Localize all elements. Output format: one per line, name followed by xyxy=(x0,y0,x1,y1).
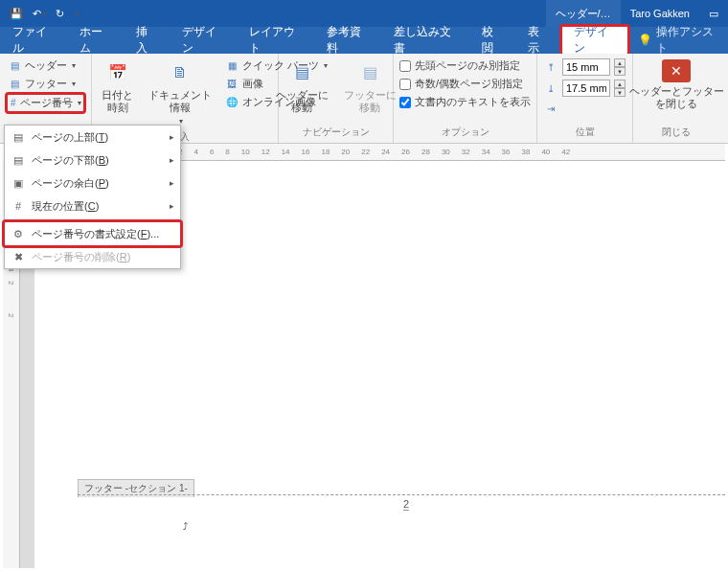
doc-info-icon: 🗎 xyxy=(167,59,193,86)
page-break-line xyxy=(78,494,725,495)
footer-button[interactable]: ▤ フッター ▾ xyxy=(6,76,85,92)
cursor-mark: ⤴ xyxy=(183,521,188,532)
picture-icon: 🖼 xyxy=(225,78,239,91)
submenu-arrow-icon: ▸ xyxy=(170,132,174,142)
tab-file[interactable]: ファイル xyxy=(0,27,67,54)
header-from-top-input[interactable] xyxy=(562,58,610,76)
stepper[interactable]: ▲▼ xyxy=(614,58,626,76)
footer-from-bottom-input[interactable] xyxy=(562,80,610,97)
menu-top-of-page[interactable]: ▤ ページの上部(T) ▸ xyxy=(5,126,180,148)
goto-header-button[interactable]: ▤ ヘッダーに 移動 xyxy=(272,57,332,116)
undo-icon[interactable]: ↶▾ xyxy=(33,8,46,20)
header-from-top: ⤒ ▲▼ xyxy=(543,57,626,77)
pos-top-icon: ⤒ xyxy=(543,59,558,75)
ribbon-options-icon[interactable]: ▭ xyxy=(699,8,728,20)
doc-info-button[interactable]: 🗎 ドキュメント 情報 ▾ xyxy=(145,57,216,128)
current-pos-icon: # xyxy=(11,198,26,214)
menu-bottom-of-page[interactable]: ▤ ページの下部(B) ▸ xyxy=(5,148,180,171)
show-doc-checkbox[interactable]: 文書内のテキストを表示 xyxy=(399,94,531,110)
menu-format-page-numbers[interactable]: ⚙ ページ番号の書式設定(F)... xyxy=(5,222,180,245)
page-number-menu: ▤ ページの上部(T) ▸ ▤ ページの下部(B) ▸ ▣ ページの余白(P) … xyxy=(4,125,181,269)
group-close: ✕ ヘッダーとフッター を閉じる 閉じる xyxy=(633,54,719,143)
diff-first-checkbox[interactable]: 先頭ページのみ別指定 xyxy=(399,57,531,74)
quick-access-toolbar: 💾 ↶▾ ↻ ▾ xyxy=(0,8,79,20)
page-number-button[interactable]: # ページ番号 ▾ xyxy=(9,95,82,111)
group-close-title: 閉じる xyxy=(639,124,714,143)
group-options-title: オプション xyxy=(399,124,531,143)
qat-more-icon[interactable]: ▾ xyxy=(75,10,79,18)
submenu-arrow-icon: ▸ xyxy=(170,155,174,165)
format-icon: ⚙ xyxy=(11,226,26,241)
page-number-field[interactable]: 2 xyxy=(403,498,409,511)
page-number-icon: # xyxy=(11,97,16,110)
date-time-label: 日付と 時刻 xyxy=(102,89,133,114)
page-bottom-icon: ▤ xyxy=(11,152,26,168)
menu-remove-page-numbers[interactable]: ✖ ページ番号の削除(R) xyxy=(5,245,180,268)
page-margin-icon: ▣ xyxy=(11,175,26,191)
footer-from-bottom: ⤓ ▲▼ xyxy=(543,79,626,98)
tab-mailings[interactable]: 差し込み文書 xyxy=(381,27,469,54)
picture-label: 画像 xyxy=(242,77,263,91)
close-header-footer-button[interactable]: ✕ ヘッダーとフッター を閉じる xyxy=(626,57,728,124)
title-bar: 💾 ↶▾ ↻ ▾ ヘッダー/… Taro Gakken ▭ xyxy=(0,0,728,27)
close-icon: ✕ xyxy=(662,59,691,82)
online-picture-icon: 🌐 xyxy=(225,96,239,109)
group-position: ⤒ ▲▼ ⤓ ▲▼ ⇥ 位置 xyxy=(537,54,633,143)
group-navigation: ▤ ヘッダーに 移動 ▤ フッターに 移動 ナビゲーション xyxy=(279,54,394,143)
pos-bottom-icon: ⤓ xyxy=(543,80,558,96)
doc-info-label: ドキュメント 情報 xyxy=(148,89,212,114)
align-tab-icon: ⇥ xyxy=(543,101,558,116)
context-tab-label: ヘッダー/… xyxy=(546,0,621,27)
bulb-icon: 💡 xyxy=(638,34,652,47)
submenu-arrow-icon: ▸ xyxy=(170,178,174,188)
submenu-arrow-icon: ▸ xyxy=(170,201,174,211)
diff-first-input[interactable] xyxy=(399,60,411,72)
remove-icon: ✖ xyxy=(11,249,26,264)
stepper[interactable]: ▲▼ xyxy=(614,80,626,97)
page-number-label: ページ番号 xyxy=(20,96,73,110)
tab-layout[interactable]: レイアウト xyxy=(237,27,314,54)
diff-oddeven-label: 奇数/偶数ページ別指定 xyxy=(415,77,523,91)
footer-icon: ▤ xyxy=(8,78,21,91)
redo-icon[interactable]: ↻ xyxy=(56,8,64,20)
tell-me-label: 操作アシスト xyxy=(656,24,718,57)
group-options: 先頭ページのみ別指定 奇数/偶数ページ別指定 文書内のテキストを表示 オプション xyxy=(394,54,537,143)
tab-design[interactable]: デザイン xyxy=(170,27,237,54)
goto-footer-label: フッターに 移動 xyxy=(344,89,397,114)
close-label: ヘッダーとフッター を閉じる xyxy=(629,85,724,110)
show-doc-label: 文書内のテキストを表示 xyxy=(415,95,531,109)
tab-references[interactable]: 参考資料 xyxy=(314,27,381,54)
tab-context-design[interactable]: デザイン xyxy=(561,27,628,54)
tab-view[interactable]: 表示 xyxy=(515,27,561,54)
date-time-button[interactable]: 📅 日付と 時刻 xyxy=(98,57,137,116)
diff-first-label: 先頭ページのみ別指定 xyxy=(415,58,520,73)
calendar-icon: 📅 xyxy=(104,59,131,86)
insert-align-tab-button[interactable]: ⇥ xyxy=(543,100,626,117)
goto-header-icon: ▤ xyxy=(288,59,315,86)
diff-oddeven-checkbox[interactable]: 奇数/偶数ページ別指定 xyxy=(399,76,531,92)
goto-header-label: ヘッダーに 移動 xyxy=(276,89,329,114)
goto-footer-icon: ▤ xyxy=(356,59,383,86)
menu-current-position[interactable]: # 現在の位置(C) ▸ xyxy=(5,194,180,217)
group-navigation-title: ナビゲーション xyxy=(284,124,387,143)
page-top-icon: ▤ xyxy=(11,129,26,145)
quick-parts-icon: ▦ xyxy=(225,59,239,73)
header-button[interactable]: ▤ ヘッダー ▾ xyxy=(6,57,85,74)
header-icon: ▤ xyxy=(8,59,21,73)
goto-footer-button[interactable]: ▤ フッターに 移動 xyxy=(340,57,400,116)
save-icon[interactable]: 💾 xyxy=(10,8,23,20)
ribbon-tabs: ファイル ホーム 挿入 デザイン レイアウト 参考資料 差し込み文書 校閲 表示… xyxy=(0,27,728,54)
user-name[interactable]: Taro Gakken xyxy=(621,8,699,19)
diff-oddeven-input[interactable] xyxy=(399,79,411,90)
menu-page-margins[interactable]: ▣ ページの余白(P) ▸ xyxy=(5,171,180,194)
tab-insert[interactable]: 挿入 xyxy=(124,27,170,54)
tell-me[interactable]: 💡 操作アシスト xyxy=(628,27,728,54)
footer-label: フッター xyxy=(25,77,67,91)
group-position-title: 位置 xyxy=(543,124,626,143)
tab-home[interactable]: ホーム xyxy=(67,27,124,54)
show-doc-input[interactable] xyxy=(399,97,411,108)
header-label: ヘッダー xyxy=(25,58,67,73)
tab-review[interactable]: 校閲 xyxy=(469,27,515,54)
